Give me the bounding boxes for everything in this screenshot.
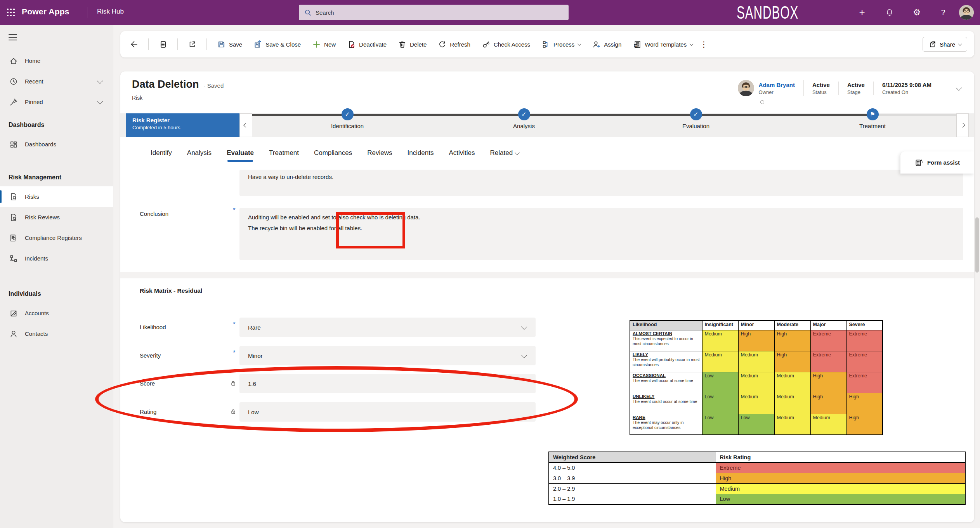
toolbar-deactivate-button[interactable]: Deactivate xyxy=(343,37,391,52)
settings-gear-icon[interactable]: ⚙ xyxy=(910,5,924,19)
bpf-stage-evaluation[interactable]: ✓Evaluation xyxy=(653,108,739,129)
app-title: Power Apps xyxy=(22,7,69,16)
tab-activities[interactable]: Activities xyxy=(449,137,475,168)
toolbar-refresh-button[interactable]: Refresh xyxy=(434,37,475,52)
bpf-stage-identification[interactable]: ✓Identification xyxy=(305,108,390,129)
weighted-score-image: Weighted ScoreRisk Rating4.0 – 5.0Extrem… xyxy=(548,452,966,505)
field-input-likelihood[interactable]: Rare xyxy=(239,318,536,337)
open-in-new-window-icon[interactable] xyxy=(186,38,199,51)
bpf-active-stage[interactable]: Risk Register Completed in 5 hours xyxy=(126,113,239,137)
owner-link[interactable]: Adam Bryant xyxy=(759,82,795,88)
form-assist-button[interactable]: Form assist xyxy=(900,151,974,174)
chevron-down-icon xyxy=(98,99,102,105)
tab-analysis[interactable]: Analysis xyxy=(187,137,212,168)
sidebar-item-incidents[interactable]: Incidents xyxy=(0,248,113,269)
more-commands-button[interactable]: ⋮ xyxy=(697,38,710,51)
conclusion-label: Conclusion xyxy=(140,210,168,217)
sidebar-item-dashboards[interactable]: Dashboards xyxy=(0,134,113,155)
tab-identify[interactable]: Identify xyxy=(151,137,172,168)
sidebar-group-dashboards: Dashboards xyxy=(0,116,113,134)
matrix-cell: High xyxy=(846,414,883,435)
lock-icon xyxy=(230,408,236,415)
toolbar-save-button[interactable]: Save xyxy=(213,37,246,52)
sidebar-item-compliance-registers[interactable]: Compliance Registers xyxy=(0,228,113,248)
form-selector-icon[interactable] xyxy=(156,38,170,51)
tab-incidents[interactable]: Incidents xyxy=(407,137,434,168)
bpf-collapse-chevron[interactable] xyxy=(239,113,252,137)
environment-name[interactable]: Risk Hub xyxy=(97,8,124,16)
matrix-header-major: Major xyxy=(810,321,846,330)
building-icon xyxy=(9,309,18,318)
toolbar-check-access-button[interactable]: Check Access xyxy=(478,37,534,52)
toolbar-save-close-button[interactable]: Save & Close xyxy=(250,37,305,52)
matrix-likelihood-cell: ALMOST CERTAINThis event is expected to … xyxy=(630,330,702,351)
save-close-icon xyxy=(254,40,262,49)
check-icon: ✓ xyxy=(518,108,530,120)
business-process-flow: Risk Register Completed in 5 hours ✓Iden… xyxy=(120,113,974,137)
bpf-stage-analysis[interactable]: ✓Analysis xyxy=(481,108,567,129)
home-icon xyxy=(9,57,18,65)
tab-reviews[interactable]: Reviews xyxy=(367,137,392,168)
field-input-severity[interactable]: Minor xyxy=(239,346,536,365)
waffle-menu-icon[interactable] xyxy=(6,8,16,17)
check-icon: ✓ xyxy=(342,108,354,120)
sidebar-item-contacts[interactable]: Contacts xyxy=(0,323,113,344)
toolbar-assign-button[interactable]: Assign xyxy=(588,37,626,52)
share-button[interactable]: Share xyxy=(923,37,967,52)
mitigation-textarea[interactable]: Have a way to un-delete records. xyxy=(239,170,963,196)
tab-treatment[interactable]: Treatment xyxy=(269,137,299,168)
sidebar-item-home[interactable]: Home xyxy=(0,50,113,71)
scrollbar-thumb[interactable] xyxy=(975,217,979,273)
sidebar-item-pinned[interactable]: Pinned xyxy=(0,92,113,112)
field-label-severity: Severity xyxy=(140,352,161,359)
risk-matrix-image: LikelihoodInsignificantMinorModerateMajo… xyxy=(630,320,883,435)
section-divider xyxy=(120,272,974,278)
help-icon[interactable]: ? xyxy=(936,5,950,19)
toolbar-word-templates-button[interactable]: WWord Templates xyxy=(629,37,697,52)
matrix-likelihood-cell: OCCASSIONALThe event will occur at some … xyxy=(630,372,702,393)
sidebar-item-recent[interactable]: Recent xyxy=(0,71,113,92)
matrix-header-severe: Severe xyxy=(846,321,883,330)
tab-related[interactable]: Related xyxy=(490,137,519,168)
plus-icon xyxy=(312,40,321,49)
collapse-header-chevron-icon[interactable] xyxy=(956,85,962,91)
assign-icon xyxy=(592,40,600,49)
sidebar-item-accounts[interactable]: Accounts xyxy=(0,303,113,323)
tab-compliances[interactable]: Compliances xyxy=(314,137,352,168)
toolbar-delete-button[interactable]: Delete xyxy=(394,37,431,52)
sidebar-group-risk-management: Risk Management xyxy=(0,168,113,186)
chevron-down-icon xyxy=(690,42,694,46)
key-icon xyxy=(482,40,490,49)
bpf-next-chevron[interactable] xyxy=(956,113,969,137)
toolbar-new-button[interactable]: New xyxy=(308,37,340,52)
toolbar-process-button[interactable]: Process xyxy=(538,37,585,52)
sidebar-item-risks[interactable]: Risks xyxy=(0,186,113,207)
search-input[interactable] xyxy=(316,9,533,16)
trash-icon xyxy=(398,40,406,49)
tab-evaluate[interactable]: Evaluate xyxy=(227,137,254,168)
bpf-stage-treatment[interactable]: ⚑Treatment xyxy=(830,108,915,129)
chevron-down-icon xyxy=(522,324,526,331)
notifications-bell-icon[interactable] xyxy=(883,5,897,19)
flow-icon xyxy=(9,254,18,263)
required-marker: * xyxy=(233,349,236,357)
sidebar-group-individuals: Individuals xyxy=(0,285,113,303)
owner-avatar[interactable] xyxy=(738,80,754,96)
sidebar-item-risk-reviews[interactable]: Risk Reviews xyxy=(0,207,113,228)
save-icon xyxy=(217,40,225,49)
matrix-cell: High xyxy=(774,330,810,351)
matrix-cell: Low xyxy=(702,393,738,414)
matrix-cell: High xyxy=(738,330,774,351)
field-label-score: Score xyxy=(140,380,155,387)
conclusion-textarea[interactable]: Auditing will be enabled and set to also… xyxy=(239,208,963,260)
clock-icon xyxy=(9,77,18,86)
add-environment-icon[interactable]: + xyxy=(855,5,869,19)
chevron-down-icon xyxy=(578,42,581,46)
matrix-header-likelihood: Likelihood xyxy=(630,321,702,330)
user-avatar[interactable] xyxy=(959,5,974,20)
section-title: Risk Matrix - Residual xyxy=(140,287,202,294)
hamburger-menu-icon[interactable] xyxy=(9,34,17,40)
matrix-cell: Extreme xyxy=(846,330,883,351)
back-button[interactable] xyxy=(127,38,140,51)
global-search[interactable] xyxy=(299,5,569,20)
